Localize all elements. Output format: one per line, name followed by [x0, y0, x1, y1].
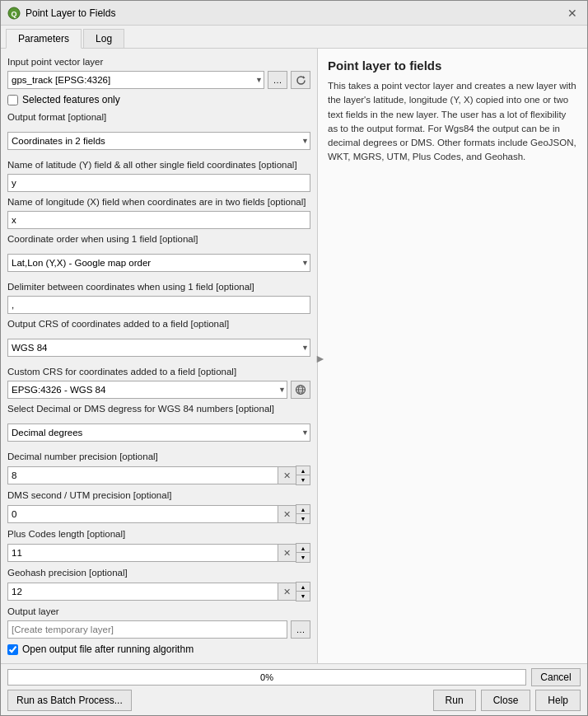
geohash-label: Geohash precision [optional] [7, 568, 310, 578]
bottom-bar: 0% Cancel Run as Batch Process... Run Cl… [1, 663, 587, 715]
precision-up-btn[interactable]: ▲ [296, 466, 310, 475]
custom-crs-combo[interactable]: EPSG:4326 - WGS 84 [7, 381, 287, 399]
output-layer-browse-btn[interactable]: … [291, 620, 310, 639]
action-row: Run as Batch Process... Run Close Help [7, 690, 581, 711]
open-output-checkbox[interactable] [7, 644, 18, 655]
custom-crs-btn[interactable] [291, 381, 310, 399]
output-format-row: Coordinates in 2 fields GeoJSON WKT MGRS… [7, 126, 310, 155]
output-layer-row: … [7, 620, 310, 639]
custom-crs-label: Custom CRS for coordinates added to a fi… [7, 367, 310, 377]
output-crs-combo[interactable]: WGS 84 EPSG:4326 [7, 339, 310, 357]
input-layer-label: Input point vector layer [7, 57, 310, 67]
precision-label: Decimal number precision [optional] [7, 452, 310, 461]
dms-precision-down-btn[interactable]: ▼ [296, 514, 310, 523]
svg-marker-2 [303, 76, 306, 79]
geohash-spinner: ▲ ▼ [296, 582, 310, 601]
plus-codes-down-btn[interactable]: ▼ [296, 553, 310, 562]
titlebar: Q Point Layer to Fields ✕ [1, 1, 587, 26]
precision-input[interactable] [7, 466, 278, 484]
decimal-label: Select Decimal or DMS degress for WGS 84… [7, 404, 310, 414]
dms-precision-label: DMS second / UTM precision [optional] [7, 490, 310, 500]
dms-precision-up-btn[interactable]: ▲ [296, 505, 310, 514]
close-button[interactable]: Close [481, 690, 531, 711]
plus-codes-up-btn[interactable]: ▲ [296, 544, 310, 553]
titlebar-left: Q Point Layer to Fields [7, 7, 115, 20]
main-window: Q Point Layer to Fields ✕ Parameters Log… [0, 0, 588, 716]
open-output-label: Open output file after running algorithm [22, 643, 194, 655]
globe-icon [295, 384, 306, 395]
selected-features-label: Selected features only [22, 94, 120, 105]
main-content: ► Input point vector layer gps_track [EP… [1, 49, 587, 663]
geohash-clear-btn[interactable]: ✕ [278, 583, 296, 601]
dms-precision-clear-btn[interactable]: ✕ [278, 505, 296, 523]
coord-order-combo[interactable]: Lat,Lon (Y,X) - Google map order Lon,Lat… [7, 254, 310, 272]
progress-text: 0% [260, 672, 273, 682]
precision-down-btn[interactable]: ▼ [296, 475, 310, 484]
dms-precision-row: ✕ ▲ ▼ [7, 504, 310, 524]
input-layer-refresh-btn[interactable] [291, 71, 310, 89]
help-description: This takes a point vector layer and crea… [328, 79, 577, 165]
output-layer-label: Output layer [7, 606, 310, 616]
window-title: Point Layer to Fields [26, 7, 115, 19]
geohash-down-btn[interactable]: ▼ [296, 592, 310, 601]
delimiter-label: Delimiter between coordinates when using… [7, 282, 310, 292]
collapse-indicator: ► [315, 352, 318, 365]
output-layer-input[interactable] [7, 620, 287, 639]
selected-features-row: Selected features only [7, 94, 310, 105]
progress-bar: 0% [7, 669, 526, 686]
geohash-row: ✕ ▲ ▼ [7, 582, 310, 601]
plus-codes-row: ✕ ▲ ▼ [7, 543, 310, 563]
plus-codes-clear-btn[interactable]: ✕ [278, 544, 296, 562]
refresh-icon [296, 75, 306, 86]
progress-row: 0% Cancel [7, 668, 581, 686]
lat-field-label: Name of latitude (Y) field & all other s… [7, 160, 310, 170]
close-icon[interactable]: ✕ [564, 7, 581, 20]
precision-clear-btn[interactable]: ✕ [278, 466, 296, 484]
dms-precision-input[interactable] [7, 505, 278, 523]
coord-order-label: Coordinate order when using 1 field [opt… [7, 234, 310, 244]
lon-field-input[interactable]: x [7, 211, 310, 229]
batch-process-button[interactable]: Run as Batch Process... [7, 690, 132, 711]
help-button[interactable]: Help [535, 690, 581, 711]
input-layer-options-btn[interactable]: … [268, 71, 287, 89]
lat-field-input[interactable]: y [7, 174, 310, 192]
help-title: Point layer to fields [328, 58, 577, 73]
right-panel: Point layer to fields This takes a point… [318, 49, 587, 663]
custom-crs-row: EPSG:4326 - WGS 84 ▼ [7, 381, 310, 399]
precision-row: ✕ ▲ ▼ [7, 466, 310, 485]
selected-features-checkbox[interactable] [7, 95, 18, 105]
output-format-label: Output format [optional] [7, 112, 310, 122]
coord-order-row: Lat,Lon (Y,X) - Google map order Lon,Lat… [7, 248, 310, 277]
decimal-row: Decimal degrees DMS ▼ [7, 418, 310, 447]
cancel-button[interactable]: Cancel [531, 668, 581, 686]
tabs-bar: Parameters Log [1, 26, 587, 49]
left-panel: ► Input point vector layer gps_track [EP… [1, 49, 318, 663]
plus-codes-input[interactable] [7, 544, 278, 562]
input-layer-row: gps_track [EPSG:4326] ▼ … [7, 71, 310, 89]
lon-field-label: Name of longitude (X) field when coordin… [7, 197, 310, 207]
output-crs-row: WGS 84 EPSG:4326 ▼ [7, 333, 310, 362]
geohash-up-btn[interactable]: ▲ [296, 583, 310, 592]
tab-log[interactable]: Log [83, 29, 124, 48]
delimiter-input[interactable]: , [7, 296, 310, 314]
run-button[interactable]: Run [433, 690, 476, 711]
output-crs-label: Output CRS of coordinates added to a fie… [7, 319, 310, 329]
plus-codes-label: Plus Codes length [optional] [7, 529, 310, 539]
dms-precision-spinner: ▲ ▼ [296, 504, 310, 524]
output-format-combo[interactable]: Coordinates in 2 fields GeoJSON WKT MGRS… [7, 132, 310, 150]
precision-spinner: ▲ ▼ [296, 466, 310, 485]
open-output-row: Open output file after running algorithm [7, 643, 310, 655]
decimal-combo[interactable]: Decimal degrees DMS [7, 424, 310, 442]
input-layer-combo[interactable]: gps_track [EPSG:4326] [7, 71, 264, 89]
tab-parameters[interactable]: Parameters [6, 29, 82, 49]
qgis-icon: Q [7, 7, 21, 20]
svg-text:Q: Q [11, 10, 16, 18]
plus-codes-spinner: ▲ ▼ [296, 543, 310, 563]
geohash-input[interactable] [7, 583, 278, 601]
